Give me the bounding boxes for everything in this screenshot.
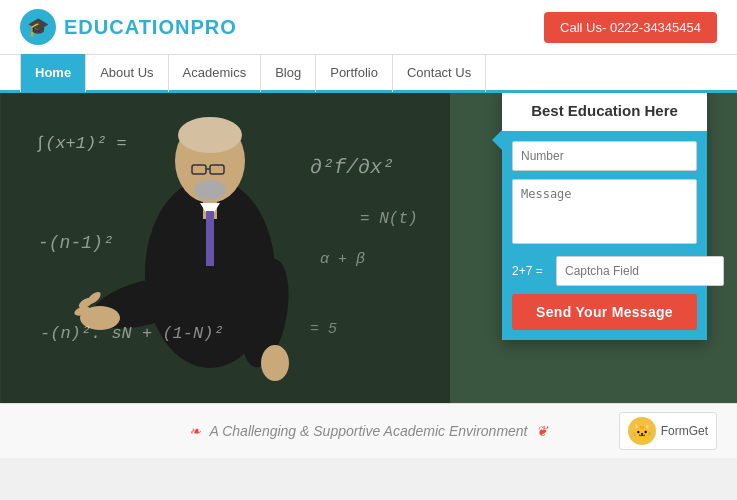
- svg-text:α + β: α + β: [320, 251, 365, 268]
- logo-accent: PRO: [190, 16, 236, 38]
- footer-message: A Challenging & Supportive Academic Envi…: [209, 423, 527, 439]
- logo-text: EDUCATIONPRO: [64, 16, 237, 39]
- formget-label: FormGet: [661, 424, 708, 438]
- svg-point-4: [178, 117, 242, 153]
- contact-form-card: Best Education Here 2+7 = Send Your Mess…: [502, 93, 707, 340]
- svg-point-8: [194, 180, 226, 200]
- svg-text:= 5: = 5: [310, 321, 337, 338]
- main-nav: Home About Us Academics Blog Portfolio C…: [0, 55, 737, 93]
- formget-badge: 🐱 FormGet: [619, 412, 717, 450]
- call-button[interactable]: Call Us- 0222-34345454: [544, 12, 717, 43]
- nav-home[interactable]: Home: [20, 54, 86, 92]
- logo-main: EDUCATION: [64, 16, 190, 38]
- form-card-title: Best Education Here: [514, 102, 695, 119]
- nav-contact[interactable]: Contact Us: [393, 54, 486, 92]
- logo-area: 🎓 EDUCATIONPRO: [20, 9, 237, 45]
- form-card-header: Best Education Here: [502, 93, 707, 131]
- footer-text: ❧ A Challenging & Supportive Academic En…: [189, 423, 547, 439]
- svg-text:= N(t): = N(t): [360, 210, 418, 228]
- svg-text:-(n-1)²: -(n-1)²: [38, 233, 114, 253]
- message-input[interactable]: [512, 179, 697, 244]
- footer-bar: ❧ A Challenging & Supportive Academic En…: [0, 403, 737, 458]
- svg-rect-11: [206, 211, 214, 266]
- svg-text:∂²f/∂x²: ∂²f/∂x²: [310, 156, 394, 179]
- hero-section: ∫(x+1)² = ∂²f/∂x² = N(t) -(n-1)² α + β -…: [0, 93, 737, 403]
- nav-academics[interactable]: Academics: [169, 54, 262, 92]
- ornament-right: ❦: [536, 423, 548, 439]
- formget-icon: 🐱: [628, 417, 656, 445]
- captcha-label: 2+7 =: [512, 264, 550, 278]
- logo-icon: 🎓: [20, 9, 56, 45]
- svg-text:-(n)².  sN + (1-N)²: -(n)². sN + (1-N)²: [40, 324, 224, 343]
- nav-portfolio[interactable]: Portfolio: [316, 54, 393, 92]
- captcha-row: 2+7 =: [512, 256, 697, 286]
- submit-button[interactable]: Send Your Message: [512, 294, 697, 330]
- ornament-left: ❧: [189, 423, 201, 439]
- captcha-input[interactable]: [556, 256, 724, 286]
- nav-blog[interactable]: Blog: [261, 54, 316, 92]
- nav-about[interactable]: About Us: [86, 54, 168, 92]
- site-header: 🎓 EDUCATIONPRO Call Us- 0222-34345454: [0, 0, 737, 55]
- svg-point-15: [261, 345, 289, 381]
- form-card-body: 2+7 = Send Your Message: [502, 131, 707, 340]
- number-input[interactable]: [512, 141, 697, 171]
- svg-text:∫(x+1)² =: ∫(x+1)² =: [35, 134, 127, 153]
